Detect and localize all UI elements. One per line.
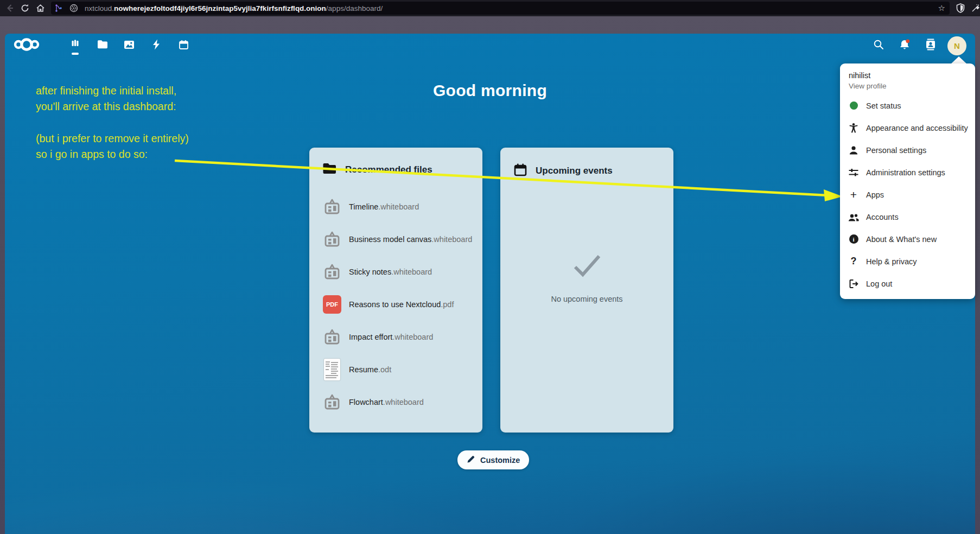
customize-label: Customize: [480, 456, 520, 465]
contacts-button[interactable]: [921, 36, 940, 55]
file-row[interactable]: Resume.odt: [309, 353, 482, 386]
security-shield-icon[interactable]: [953, 1, 968, 15]
browser-back-icon[interactable]: [2, 1, 17, 15]
tor-circuit-icon[interactable]: [51, 1, 66, 15]
menu-item-about[interactable]: i About & What's new: [840, 228, 975, 250]
bell-icon: [899, 39, 911, 53]
activity-bolt-icon: [152, 39, 161, 52]
annotation-text-1: after finishing the initial install, you…: [36, 83, 176, 115]
plus-icon: +: [847, 189, 861, 200]
user-settings-menu: nihilist View profile Set status Appeara…: [840, 63, 975, 299]
menu-caret: [951, 56, 967, 64]
menu-item-apps[interactable]: + Apps: [840, 183, 975, 206]
file-name: Timeline.whiteboard: [349, 202, 419, 211]
menu-item-help[interactable]: ? Help & privacy: [840, 250, 975, 272]
photos-icon: [124, 40, 135, 52]
info-circle-icon: i: [847, 234, 861, 244]
onion-site-icon[interactable]: [66, 1, 81, 15]
notifications-button[interactable]: [895, 36, 914, 55]
file-row[interactable]: Impact effort.whiteboard: [309, 321, 482, 353]
url-text: nxtcloud.nowherejezfoltodf4jiyl6r56jnzin…: [85, 4, 938, 12]
screenshot-root: nxtcloud.nowherejezfoltodf4jiyl6r56jnzin…: [0, 0, 980, 534]
app-files[interactable]: [88, 34, 116, 58]
menu-item-set-status[interactable]: Set status: [840, 94, 975, 117]
file-row[interactable]: PDF Reasons to use Nextcloud.pdf: [309, 288, 482, 321]
menu-item-logout[interactable]: Log out: [840, 272, 975, 295]
file-name: Sticky notes.whiteboard: [349, 268, 432, 276]
customize-button[interactable]: Customize: [457, 450, 529, 469]
bookmark-star-icon[interactable]: ☆: [938, 3, 945, 13]
whiteboard-file-icon: [322, 328, 342, 346]
tune-sliders-icon: [847, 167, 861, 178]
file-name: Business model canvas.whiteboard: [349, 235, 472, 244]
file-row[interactable]: Sticky notes.whiteboard: [309, 256, 482, 288]
whiteboard-file-icon: [322, 393, 342, 411]
menu-item-personal-settings[interactable]: Personal settings: [840, 139, 975, 161]
widget-title: Recommended files: [345, 164, 432, 175]
upcoming-events-widget: Upcoming events No upcoming events: [500, 148, 673, 433]
annotation-text-2: (but i prefer to remove it entirely) so …: [36, 131, 189, 162]
url-host: nowherejezfoltodf4jiyl6r56jnzintap5vyjli…: [114, 4, 326, 12]
status-circle-icon: [847, 101, 861, 110]
file-row[interactable]: Timeline.whiteboard: [309, 190, 482, 223]
file-name: Resume.odt: [349, 365, 391, 374]
calendar-black-icon: [513, 163, 527, 179]
menu-view-profile[interactable]: View profile: [849, 82, 966, 90]
document-thumbnail-icon: [322, 359, 342, 380]
app-dashboard[interactable]: [61, 34, 88, 58]
calendar-icon: [179, 40, 189, 52]
whiteboard-file-icon: [322, 198, 342, 215]
file-name: Impact effort.whiteboard: [349, 333, 433, 341]
menu-username: nihilist: [849, 71, 966, 80]
files-folder-icon: [97, 40, 108, 52]
nextcloud-logo[interactable]: [11, 37, 42, 54]
user-avatar[interactable]: N: [947, 36, 966, 55]
file-name: Flowchart.whiteboard: [349, 398, 424, 406]
avatar-initial: N: [954, 41, 960, 50]
menu-item-appearance[interactable]: Appearance and accessibility: [840, 117, 975, 139]
pdf-file-icon: PDF: [322, 295, 342, 314]
recommended-files-list: Timeline.whiteboard Business model canva…: [309, 190, 482, 418]
browser-address-bar[interactable]: nxtcloud.nowherejezfoltodf4jiyl6r56jnzin…: [51, 2, 950, 15]
new-identity-icon[interactable]: [968, 1, 980, 15]
dashboard-icon: [69, 39, 80, 52]
whiteboard-file-icon: [322, 231, 342, 248]
file-row[interactable]: Flowchart.whiteboard: [309, 386, 482, 418]
events-empty-state: No upcoming events: [500, 253, 673, 303]
active-app-indicator: [72, 53, 79, 55]
file-row[interactable]: Business model canvas.whiteboard: [309, 223, 482, 256]
pencil-icon: [467, 455, 475, 465]
app-calendar[interactable]: [170, 34, 197, 58]
recommended-files-widget: Recommended files Timeline.whiteboard Bu…: [309, 148, 482, 433]
menu-user-block[interactable]: nihilist View profile: [840, 69, 975, 94]
empty-events-message: No upcoming events: [500, 295, 673, 303]
nextcloud-page: N Good morning after finishing the initi…: [5, 34, 975, 534]
person-icon: [847, 145, 861, 156]
menu-item-administration-settings[interactable]: Administration settings: [840, 161, 975, 183]
browser-toolbar: nxtcloud.nowherejezfoltodf4jiyl6r56jnzin…: [0, 0, 980, 16]
people-icon: [847, 212, 861, 223]
app-photos[interactable]: [116, 34, 143, 58]
browser-reload-icon[interactable]: [17, 1, 33, 15]
url-path: /apps/dashboard/: [326, 4, 383, 12]
checkmark-icon: [571, 253, 603, 278]
logout-icon: [847, 278, 861, 289]
accessibility-icon: [847, 123, 861, 134]
question-mark-icon: ?: [847, 256, 861, 267]
url-prefix: nxtcloud.: [85, 4, 114, 12]
whiteboard-file-icon: [322, 263, 342, 281]
file-name: Reasons to use Nextcloud.pdf: [349, 300, 454, 309]
nextcloud-header: N: [5, 34, 975, 58]
widget-title: Upcoming events: [536, 166, 613, 176]
app-activity[interactable]: [143, 34, 170, 58]
search-icon: [873, 39, 884, 52]
menu-item-accounts[interactable]: Accounts: [840, 206, 975, 228]
folder-icon: [322, 163, 337, 176]
contacts-card-icon: [925, 38, 937, 53]
browser-home-icon[interactable]: [33, 1, 48, 15]
unified-search-button[interactable]: [869, 36, 888, 55]
